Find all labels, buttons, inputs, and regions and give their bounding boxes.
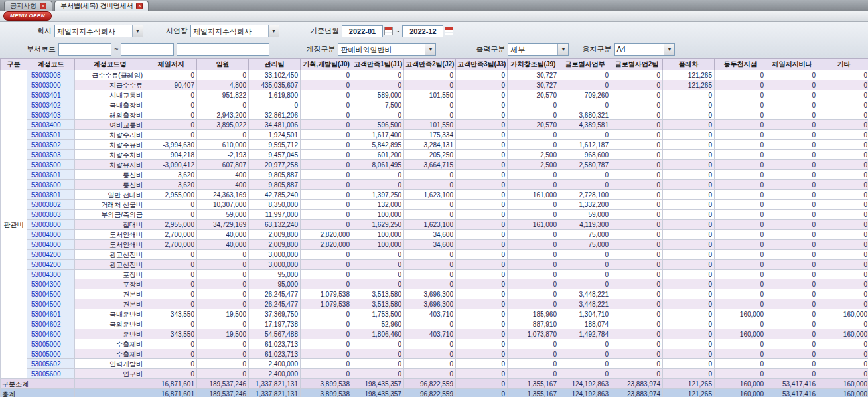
value-cell[interactable]: 0	[404, 319, 456, 329]
value-cell[interactable]: 16,871,601	[145, 379, 197, 389]
value-cell[interactable]: 0	[301, 130, 352, 140]
value-cell[interactable]: 0	[352, 349, 404, 359]
value-cell[interactable]: 0	[818, 190, 868, 200]
account-code-cell[interactable]: 53005000	[27, 339, 75, 349]
value-cell[interactable]: 0	[715, 170, 766, 180]
value-cell[interactable]: 3,899,538	[301, 379, 352, 389]
value-cell[interactable]: 0	[611, 329, 663, 339]
value-cell[interactable]: 0	[456, 130, 508, 140]
value-cell[interactable]: 61,023,713	[249, 349, 301, 359]
account-code-cell[interactable]: 53003501	[27, 130, 75, 140]
value-cell[interactable]: 0	[404, 70, 456, 80]
value-cell[interactable]: 0	[818, 279, 868, 289]
value-cell[interactable]: 0	[818, 140, 868, 150]
value-cell[interactable]: 0	[508, 230, 559, 240]
value-cell[interactable]: 52,960	[352, 319, 404, 329]
value-cell[interactable]: 0	[818, 170, 868, 180]
value-cell[interactable]: 0	[404, 349, 456, 359]
value-cell[interactable]: 0	[766, 339, 818, 349]
value-cell[interactable]: 0	[145, 200, 197, 210]
value-cell[interactable]: 95,000	[249, 279, 301, 289]
value-cell[interactable]: 0	[404, 250, 456, 260]
value-cell[interactable]: 100,000	[352, 230, 404, 240]
value-cell[interactable]: 0	[663, 309, 715, 319]
value-cell[interactable]: 0	[611, 100, 663, 110]
col-header[interactable]: 동두천지점	[715, 59, 766, 70]
value-cell[interactable]: 2,400,000	[249, 359, 301, 369]
account-name-cell[interactable]: 차량주차비	[75, 150, 145, 160]
value-cell[interactable]: 0	[145, 110, 197, 120]
value-cell[interactable]: 0	[715, 260, 766, 270]
col-header[interactable]: 글로벌사업2팀	[611, 59, 663, 70]
value-cell[interactable]: 0	[456, 110, 508, 120]
value-cell[interactable]: 0	[663, 260, 715, 270]
value-cell[interactable]: 0	[766, 240, 818, 250]
value-cell[interactable]: 0	[611, 250, 663, 260]
value-cell[interactable]: 0	[301, 190, 352, 200]
value-cell[interactable]: 0	[301, 279, 352, 289]
value-cell[interactable]: 161,000	[508, 220, 559, 230]
value-cell[interactable]: 121,265	[663, 70, 715, 80]
value-cell[interactable]: 0	[611, 339, 663, 349]
tab-notice[interactable]: 공지사항 ×	[4, 1, 52, 11]
value-cell[interactable]: 0	[301, 220, 352, 230]
table-row[interactable]: 53003403해외출장비02,943,20032,861,206000003,…	[1, 110, 868, 120]
value-cell[interactable]: 54,567,488	[249, 329, 301, 339]
value-cell[interactable]: 0	[611, 230, 663, 240]
account-code-cell[interactable]: 53003008	[27, 70, 75, 80]
value-cell[interactable]: 0	[197, 100, 249, 110]
value-cell[interactable]: 124,192,863	[559, 389, 611, 397]
value-cell[interactable]: 0	[818, 100, 868, 110]
table-row[interactable]: 53004000도서인쇄비2,700,00040,0002,009,8002,8…	[1, 230, 868, 240]
value-cell[interactable]: 1,304,710	[559, 309, 611, 319]
value-cell[interactable]: 53,417,416	[766, 389, 818, 397]
chevron-down-icon[interactable]: ▼	[132, 25, 143, 37]
account-code-cell[interactable]: 53005000	[27, 349, 75, 359]
value-cell[interactable]: 40,000	[197, 240, 249, 250]
value-cell[interactable]: 3,680,321	[559, 110, 611, 120]
value-cell[interactable]: 2,955,000	[145, 190, 197, 200]
table-row[interactable]: 53003000지급수수료-90,4074,800435,035,6070000…	[1, 80, 868, 90]
value-cell[interactable]: 0	[145, 90, 197, 100]
value-cell[interactable]: 0	[611, 70, 663, 80]
value-cell[interactable]: 0	[663, 160, 715, 170]
value-cell[interactable]: 53,417,416	[766, 379, 818, 389]
value-cell[interactable]: 0	[404, 100, 456, 110]
value-cell[interactable]: 0	[715, 80, 766, 90]
value-cell[interactable]: 0	[145, 100, 197, 110]
value-cell[interactable]: 0	[611, 319, 663, 329]
value-cell[interactable]: 0	[197, 130, 249, 140]
value-cell[interactable]: 189,537,246	[197, 389, 249, 397]
value-cell[interactable]: 33,102,450	[249, 70, 301, 80]
value-cell[interactable]: 0	[715, 210, 766, 220]
value-cell[interactable]: 0	[663, 170, 715, 180]
value-cell[interactable]: 0	[404, 260, 456, 270]
value-cell[interactable]: 0	[766, 110, 818, 120]
value-cell[interactable]: -3,994,630	[145, 140, 197, 150]
value-cell[interactable]: 0	[404, 180, 456, 190]
value-cell[interactable]: 3,284,131	[404, 140, 456, 150]
table-row[interactable]: 53003800접대비2,955,00034,729,16963,132,240…	[1, 220, 868, 230]
value-cell[interactable]: 3,620	[145, 180, 197, 190]
value-cell[interactable]: 0	[663, 250, 715, 260]
account-name-cell[interactable]: 견본비	[75, 299, 145, 309]
value-cell[interactable]: 0	[766, 319, 818, 329]
table-row[interactable]: 53004601국내운반비343,55019,50037,369,75001,7…	[1, 309, 868, 319]
value-cell[interactable]: 34,729,169	[197, 220, 249, 230]
value-cell[interactable]: 20,570	[508, 120, 559, 130]
value-cell[interactable]: 0	[663, 279, 715, 289]
value-cell[interactable]: 11,997,000	[249, 210, 301, 220]
value-cell[interactable]: 0	[352, 170, 404, 180]
account-code-cell[interactable]: 53003502	[27, 140, 75, 150]
close-icon[interactable]: ×	[136, 3, 143, 9]
value-cell[interactable]: 0	[715, 190, 766, 200]
value-cell[interactable]: 403,710	[404, 329, 456, 339]
value-cell[interactable]: 2,009,800	[249, 240, 301, 250]
menu-open-button[interactable]: MENU OPEN	[3, 11, 52, 21]
value-cell[interactable]: 0	[404, 170, 456, 180]
value-cell[interactable]: 0	[663, 130, 715, 140]
value-cell[interactable]: 0	[715, 240, 766, 250]
value-cell[interactable]: 343,550	[145, 309, 197, 319]
table-row[interactable]: 53005600연구비002,400,00000000000000	[1, 369, 868, 379]
value-cell[interactable]: 37,369,750	[249, 309, 301, 319]
